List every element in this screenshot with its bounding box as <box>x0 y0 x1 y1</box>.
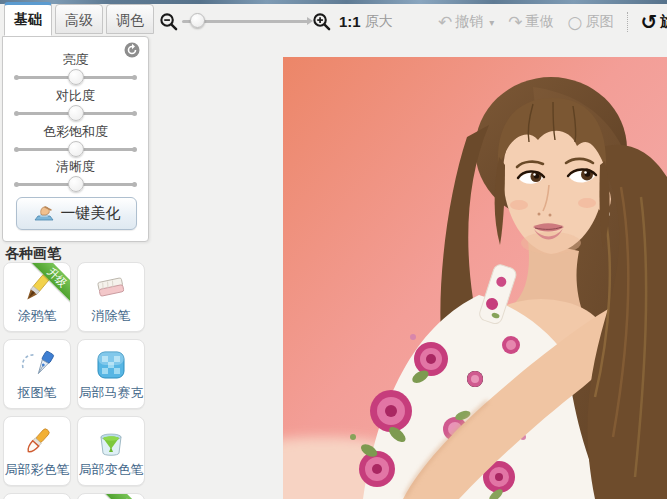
view-original-button[interactable]: ○ 原图 <box>568 12 614 32</box>
zoom-in-icon[interactable] <box>312 12 331 31</box>
brush-label: 局部彩色笔 <box>5 461 70 479</box>
brush-button-local-color-pen[interactable]: 局部彩色笔 <box>3 416 71 486</box>
photo-canvas[interactable] <box>283 57 667 499</box>
saturation-slider[interactable] <box>16 148 135 151</box>
zoom-controls: 1:1 原大 <box>159 12 393 31</box>
contrast-label: 对比度 <box>3 87 148 105</box>
toolbar-divider <box>627 12 628 32</box>
brush-label: 抠图笔 <box>18 384 57 402</box>
brush-button-cutout-pen[interactable]: 抠图笔 <box>3 339 71 409</box>
clarity-slider[interactable] <box>16 183 135 186</box>
panel-tabs: 基础 高级 调色 <box>4 4 154 36</box>
basic-adjust-panel: 亮度 对比度 色彩饱和度 清晰度 一键美化 <box>2 36 149 242</box>
brush-button-partial[interactable]: 升级 <box>77 493 145 499</box>
brush-button-partial[interactable] <box>3 493 71 499</box>
brush-button-local-recolor-pen[interactable]: 局部变色笔 <box>77 416 145 486</box>
brush-label: 消除笔 <box>92 307 131 325</box>
mosaic-icon <box>94 347 128 383</box>
brush-label: 局部变色笔 <box>79 461 144 479</box>
zoom-out-icon[interactable] <box>159 12 178 31</box>
brush-button-mosaic[interactable]: 局部马赛克 <box>77 339 145 409</box>
paint-bucket-icon <box>93 424 129 460</box>
brightness-slider[interactable] <box>16 76 135 79</box>
contrast-slider-handle[interactable] <box>68 105 84 121</box>
rotate-icon: ↺ <box>640 10 657 34</box>
contrast-slider[interactable] <box>16 112 135 115</box>
tab-basic[interactable]: 基础 <box>4 2 52 36</box>
contrast-slider-row: 对比度 <box>3 87 148 115</box>
zoom-slider[interactable] <box>182 20 308 23</box>
beautify-stamp-icon <box>33 205 55 223</box>
brush-grid: 升级 涂鸦笔 <box>3 262 149 499</box>
undo-icon: ↶ <box>438 12 452 32</box>
tab-color[interactable]: 调色 <box>106 4 154 34</box>
undo-dropdown-icon[interactable]: ▾ <box>489 17 494 28</box>
zoom-slider-arrow <box>307 17 313 25</box>
saturation-slider-handle[interactable] <box>68 141 84 157</box>
cutout-pen-icon <box>19 347 55 383</box>
eraser-icon <box>93 270 129 306</box>
brush-label: 涂鸦笔 <box>18 307 57 325</box>
zoom-ratio-label[interactable]: 1:1 <box>339 13 361 30</box>
clarity-slider-handle[interactable] <box>68 176 84 192</box>
brush-button-eraser[interactable]: 消除笔 <box>77 262 145 332</box>
original-circle-icon: ○ <box>568 12 583 32</box>
paint-brush-icon <box>19 424 55 460</box>
brightness-slider-row: 亮度 <box>3 51 148 79</box>
brush-button-doodle-pen[interactable]: 升级 涂鸦笔 <box>3 262 71 332</box>
tab-advanced[interactable]: 高级 <box>55 4 103 34</box>
saturation-slider-row: 色彩饱和度 <box>3 123 148 151</box>
saturation-label: 色彩饱和度 <box>3 123 148 141</box>
history-toolbar: ↶ 撤销 ▾ ↷ 重做 ○ 原图 ↺ 旋转 <box>438 10 667 34</box>
photo-editor-window: 基础 高级 调色 1:1 原大 ↶ 撤销 ▾ ↷ 重 <box>0 0 667 499</box>
brightness-label: 亮度 <box>3 51 148 69</box>
original-size-label[interactable]: 原大 <box>365 13 393 31</box>
brush-label: 局部马赛克 <box>79 384 144 402</box>
upgrade-badge: 升级 <box>104 493 145 499</box>
brightness-slider-handle[interactable] <box>68 69 84 85</box>
brush-section-title: 各种画笔 <box>5 245 61 263</box>
clarity-slider-row: 清晰度 <box>3 158 148 186</box>
undo-button[interactable]: ↶ 撤销 ▾ <box>438 12 494 32</box>
clarity-label: 清晰度 <box>3 158 148 176</box>
redo-button[interactable]: ↷ 重做 <box>508 12 553 32</box>
rotate-button[interactable]: ↺ 旋转 <box>640 10 667 34</box>
one-click-beautify-button[interactable]: 一键美化 <box>16 197 137 230</box>
zoom-slider-handle[interactable] <box>190 13 205 28</box>
redo-icon: ↷ <box>508 12 522 32</box>
